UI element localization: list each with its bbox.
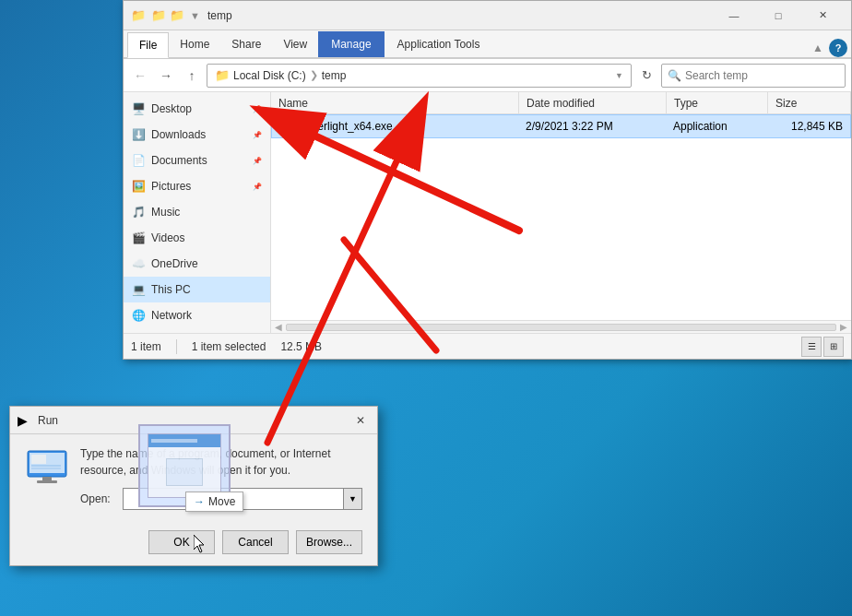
maximize-button[interactable]: □ <box>757 1 799 30</box>
pictures-pin-icon: 📌 <box>252 181 263 192</box>
run-title-bar: ▶ Run ✕ <box>10 407 377 434</box>
sidebar-label-downloads: Downloads <box>151 128 206 141</box>
cancel-button[interactable]: Cancel <box>222 530 289 554</box>
status-separator <box>176 339 177 354</box>
sidebar-label-music: Music <box>151 206 180 219</box>
table-row[interactable]: exe Silverlight_x64.exe 2/9/2021 3:22 PM… <box>271 114 851 138</box>
path-folder-icon: 📁 <box>215 68 230 82</box>
documents-icon: 📄 <box>131 153 146 168</box>
exe-badge: exe <box>281 123 293 131</box>
file-name: Silverlight_x64.exe <box>300 120 393 133</box>
refresh-button[interactable]: ↻ <box>635 65 657 87</box>
up-button[interactable]: ↑ <box>181 65 203 87</box>
file-list-header: Name Date modified Type Size <box>271 92 851 114</box>
videos-icon: 🎬 <box>131 231 146 245</box>
window-title: temp <box>207 9 232 22</box>
downloads-icon: ⬇️ <box>131 127 146 142</box>
sidebar-label-network: Network <box>151 309 192 322</box>
run-close-button[interactable]: ✕ <box>351 411 370 430</box>
scroll-left-icon[interactable]: ◀ <box>271 322 286 332</box>
run-dialog: ▶ Run ✕ Type the name of a program, docu… <box>9 406 378 566</box>
search-box[interactable]: 🔍 <box>661 64 846 88</box>
sidebar-item-thispc[interactable]: 💻 This PC <box>124 277 270 302</box>
status-bar: 1 item 1 item selected 12.5 MB ☰ ⊞ <box>124 333 851 359</box>
file-size-cell: 12,845 KB <box>767 115 850 137</box>
path-root: Local Disk (C:) <box>233 69 306 82</box>
col-header-date[interactable]: Date modified <box>519 92 667 113</box>
path-arrow: ❯ <box>310 69 318 81</box>
sidebar-label-pictures: Pictures <box>151 180 191 193</box>
scroll-track[interactable] <box>286 324 836 331</box>
tab-manage[interactable]: Manage <box>318 31 384 57</box>
sidebar-item-desktop[interactable]: 🖥️ Desktop 📌 <box>124 96 270 122</box>
col-header-size[interactable]: Size <box>768 92 851 113</box>
title-bar: 📁 📁 📁 ▼ temp — □ ✕ <box>124 1 851 30</box>
sidebar-item-downloads[interactable]: ⬇️ Downloads 📌 <box>124 122 270 148</box>
sidebar: 🖥️ Desktop 📌 ⬇️ Downloads 📌 📄 Documents … <box>124 92 271 333</box>
ribbon: File Home Share View Manage Application … <box>124 30 851 59</box>
path-leaf: temp <box>322 69 347 82</box>
sidebar-item-music[interactable]: 🎵 Music <box>124 199 270 225</box>
svg-rect-9 <box>37 480 57 483</box>
main-area: 🖥️ Desktop 📌 ⬇️ Downloads 📌 📄 Documents … <box>124 92 851 333</box>
downloads-pin-icon: 📌 <box>252 129 263 140</box>
address-bar: ← → ↑ 📁 Local Disk (C:) ❯ temp ▼ ↻ 🔍 <box>124 59 851 92</box>
file-explorer-window: 📁 📁 📁 ▼ temp — □ ✕ File Home Share View … <box>123 0 852 360</box>
scrollbar-horizontal[interactable]: ◀ ▶ <box>271 320 851 333</box>
file-name-cell: exe Silverlight_x64.exe <box>272 115 518 137</box>
sidebar-item-videos[interactable]: 🎬 Videos <box>124 225 270 251</box>
title-dropdown-arrow[interactable]: ▼ <box>190 10 200 21</box>
onedrive-icon: ☁️ <box>131 256 146 271</box>
ok-button[interactable]: OK <box>148 530 215 554</box>
forward-button[interactable]: → <box>155 65 177 87</box>
status-size: 12.5 MB <box>280 340 322 353</box>
minimize-button[interactable]: — <box>713 1 755 30</box>
search-icon: 🔍 <box>668 69 681 82</box>
view-buttons: ☰ ⊞ <box>801 337 844 357</box>
sidebar-label-desktop: Desktop <box>151 102 192 115</box>
sidebar-item-network[interactable]: 🌐 Network <box>124 302 270 328</box>
scroll-right-icon[interactable]: ▶ <box>836 322 851 332</box>
title-folder-icon: 📁 <box>131 8 146 22</box>
view-list-btn[interactable]: ☰ <box>801 337 822 357</box>
sidebar-label-documents: Documents <box>151 154 207 167</box>
run-description: Type the name of a program, document, or… <box>80 445 362 479</box>
sidebar-item-pictures[interactable]: 🖼️ Pictures 📌 <box>124 173 270 199</box>
close-button[interactable]: ✕ <box>801 1 844 30</box>
view-grid-btn[interactable]: ⊞ <box>823 337 844 357</box>
status-item-count: 1 item <box>131 340 161 353</box>
path-dropdown-icon[interactable]: ▼ <box>615 71 623 80</box>
file-list: Name Date modified Type Size exe Silverl… <box>271 92 851 320</box>
browse-button[interactable]: Browse... <box>296 530 362 554</box>
tab-view[interactable]: View <box>272 31 318 57</box>
col-header-name[interactable]: Name <box>271 92 519 113</box>
run-title-icon: ▶ <box>18 413 32 428</box>
network-icon: 🌐 <box>131 308 146 323</box>
ribbon-tabs: File Home Share View Manage Application … <box>124 30 851 58</box>
run-dropdown-button[interactable]: ▼ <box>343 489 361 509</box>
back-button[interactable]: ← <box>129 65 151 87</box>
tab-file[interactable]: File <box>127 32 169 58</box>
tab-app-tools[interactable]: Application Tools <box>386 31 491 57</box>
sidebar-label-thispc: This PC <box>151 283 191 296</box>
sidebar-item-onedrive[interactable]: ☁️ OneDrive <box>124 251 270 277</box>
svg-rect-6 <box>31 465 61 467</box>
col-header-type[interactable]: Type <box>667 92 768 113</box>
tab-home[interactable]: Home <box>169 31 220 57</box>
music-icon: 🎵 <box>131 205 146 219</box>
svg-rect-7 <box>31 468 61 469</box>
documents-pin-icon: 📌 <box>252 155 263 166</box>
file-date-cell: 2/9/2021 3:22 PM <box>518 115 666 137</box>
search-input[interactable] <box>685 69 839 82</box>
file-icon: exe <box>279 119 294 134</box>
thispc-icon: 💻 <box>131 282 146 297</box>
file-area: Name Date modified Type Size exe Silverl… <box>271 92 851 333</box>
tab-share[interactable]: Share <box>220 31 272 57</box>
address-path[interactable]: 📁 Local Disk (C:) ❯ temp ▼ <box>207 64 632 88</box>
run-open-label: Open: <box>80 492 115 505</box>
sidebar-item-documents[interactable]: 📄 Documents 📌 <box>124 148 270 173</box>
ribbon-collapse-btn[interactable]: ▲ <box>812 41 823 54</box>
title-folder-icon3: 📁 <box>170 8 184 22</box>
help-button[interactable]: ? <box>829 39 847 57</box>
title-bar-left: 📁 📁 📁 ▼ temp <box>131 8 713 22</box>
